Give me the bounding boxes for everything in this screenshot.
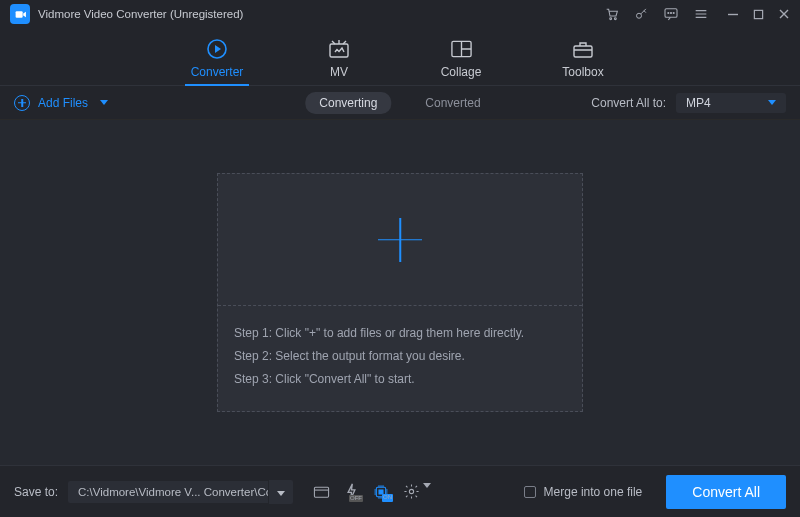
dropzone: Step 1: Click "+" to add files or drag t…	[217, 173, 583, 411]
feedback-icon[interactable]	[663, 6, 679, 22]
main-nav: Converter MV Collage Toolbox	[0, 28, 800, 86]
tab-label: MV	[330, 65, 348, 79]
minimize-icon[interactable]	[727, 8, 739, 20]
tab-toolbox[interactable]: Toolbox	[553, 37, 613, 85]
tab-label: Toolbox	[562, 65, 603, 79]
svg-rect-12	[574, 46, 592, 57]
toolbox-icon	[571, 37, 595, 61]
mv-icon	[327, 37, 351, 61]
svg-point-6	[670, 12, 671, 13]
svg-point-16	[409, 489, 413, 493]
convert-all-to-label: Convert All to:	[591, 96, 666, 110]
checkbox-icon	[524, 486, 536, 498]
title-bar: Vidmore Video Converter (Unregistered)	[0, 0, 800, 28]
svg-rect-13	[314, 487, 328, 497]
save-path-input[interactable]: C:\Vidmore\Vidmore V... Converter\Conver…	[68, 481, 268, 503]
cart-icon[interactable]	[604, 6, 620, 22]
secondary-bar: Add Files Converting Converted Convert A…	[0, 86, 800, 120]
seg-converted[interactable]: Converted	[411, 92, 494, 114]
settings-icon[interactable]	[403, 483, 431, 500]
menu-icon[interactable]	[693, 6, 709, 22]
key-icon[interactable]	[634, 7, 649, 22]
hardware-accel-off-icon[interactable]: OFF	[344, 483, 359, 500]
format-value: MP4	[686, 96, 711, 110]
plus-circle-icon	[14, 95, 30, 111]
converter-icon	[205, 37, 229, 61]
svg-point-3	[637, 13, 642, 18]
chevron-down-icon	[768, 100, 776, 105]
tab-mv[interactable]: MV	[309, 37, 369, 85]
save-path-dropdown[interactable]	[268, 480, 293, 504]
off-badge: OFF	[349, 495, 363, 502]
add-files-button[interactable]: Add Files	[14, 95, 108, 111]
bottom-bar: Save to: C:\Vidmore\Vidmore V... Convert…	[0, 465, 800, 517]
add-files-dropzone[interactable]	[218, 174, 582, 306]
tab-label: Converter	[191, 65, 244, 79]
instruction-step: Step 2: Select the output format you des…	[234, 345, 566, 368]
instructions: Step 1: Click "+" to add files or drag t…	[218, 306, 582, 410]
svg-point-7	[673, 12, 674, 13]
svg-rect-15	[379, 490, 383, 494]
app-title: Vidmore Video Converter (Unregistered)	[38, 8, 243, 20]
svg-rect-0	[15, 11, 22, 18]
collage-icon	[450, 37, 473, 61]
tab-collage[interactable]: Collage	[431, 37, 491, 85]
close-icon[interactable]	[778, 8, 790, 20]
status-segment: Converting Converted	[305, 92, 494, 114]
svg-rect-8	[754, 10, 762, 18]
save-path-field: C:\Vidmore\Vidmore V... Converter\Conver…	[68, 480, 293, 504]
convert-all-button[interactable]: Convert All	[666, 475, 786, 509]
add-files-label: Add Files	[38, 96, 88, 110]
chevron-down-icon	[423, 483, 431, 488]
tab-label: Collage	[441, 65, 482, 79]
app-logo	[10, 4, 30, 24]
chevron-down-icon	[100, 100, 108, 105]
merge-checkbox[interactable]: Merge into one file	[524, 485, 643, 499]
open-folder-icon[interactable]	[313, 484, 330, 499]
instruction-step: Step 1: Click "+" to add files or drag t…	[234, 322, 566, 345]
main-area: Step 1: Click "+" to add files or drag t…	[0, 120, 800, 465]
svg-point-1	[610, 18, 612, 20]
maximize-icon[interactable]	[753, 9, 764, 20]
tab-converter[interactable]: Converter	[187, 37, 247, 85]
hardware-accel-on-icon[interactable]: ON	[373, 484, 389, 500]
merge-label: Merge into one file	[544, 485, 643, 499]
instruction-step: Step 3: Click "Convert All" to start.	[234, 368, 566, 391]
plus-icon	[378, 218, 422, 262]
svg-point-5	[668, 12, 669, 13]
on-badge: ON	[382, 494, 393, 501]
seg-converting[interactable]: Converting	[305, 92, 391, 114]
svg-point-2	[614, 18, 616, 20]
chevron-down-icon	[277, 491, 285, 496]
save-to-label: Save to:	[14, 485, 58, 499]
output-format-select[interactable]: MP4	[676, 93, 786, 113]
